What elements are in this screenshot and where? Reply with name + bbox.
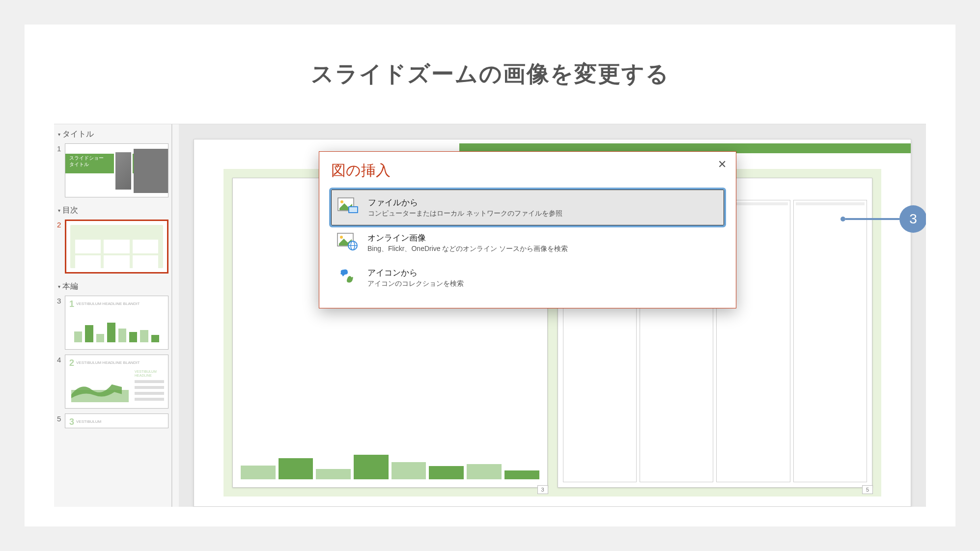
slide-thumbnail-4[interactable]: 2 VESTIBULUM HEADLINE BLANDIT VESTIBULUM… — [65, 355, 168, 409]
section-header-toc[interactable]: 目次 — [57, 202, 168, 220]
bar-chart-icon — [74, 315, 159, 342]
thumbnail-row: 3 1 VESTIBULUM HEADLINE BLANDIT — [57, 296, 168, 350]
scrollbar-gutter[interactable] — [172, 124, 179, 507]
slide-thumbnail-5[interactable]: 3 VESTIBULUM — [65, 413, 168, 428]
slide-number: 5 — [57, 413, 65, 423]
slide-thumbnail-3[interactable]: 1 VESTIBULUM HEADLINE BLANDIT — [65, 296, 168, 350]
thumb-heading: 1 VESTIBULUM HEADLINE BLANDIT — [69, 299, 140, 309]
close-icon: ✕ — [718, 158, 727, 171]
sub-slide-index: 5 — [862, 485, 873, 494]
svg-rect-3 — [349, 207, 357, 212]
option-from-file[interactable]: ファイルから コンピューターまたはローカル ネットワークのファイルを参照 — [331, 190, 724, 225]
slide-thumbnail-2[interactable]: Slide — [65, 220, 168, 274]
thumbnail-row: 5 3 VESTIBULUM — [57, 413, 168, 428]
page-title: スライドズームの画像を変更する — [54, 59, 926, 89]
outer-card: スライドズームの画像を変更する タイトル 1 スライドショー タイトル 目次 — [25, 25, 955, 526]
step-callout: 3 — [840, 205, 926, 233]
dialog-title: 図の挿入 — [331, 161, 724, 181]
section-header-body[interactable]: 本編 — [57, 278, 168, 296]
step-badge: 3 — [899, 205, 926, 233]
svg-point-1 — [340, 200, 343, 203]
insert-picture-dialog: ✕ 図の挿入 ファイルから コ — [319, 151, 736, 308]
slide-number: 2 — [57, 220, 65, 229]
slide-thumbnail-1[interactable]: スライドショー タイトル — [65, 143, 168, 197]
thumbnail-row: 4 2 VESTIBULUM HEADLINE BLANDIT VESTIBUL… — [57, 355, 168, 409]
icons-icon — [336, 267, 360, 286]
option-title: アイコンから — [367, 267, 464, 278]
slide-number: 1 — [57, 143, 65, 153]
thumb-photo — [134, 149, 168, 193]
thumb-side-lines: VESTIBULUM HEADLINE — [135, 370, 164, 401]
thumb-photo-inset — [114, 151, 133, 191]
thumbnail-row: 2 Slide — [57, 220, 168, 274]
thumbnail-panel: タイトル 1 スライドショー タイトル 目次 2 Slide — [54, 124, 172, 507]
callout-line — [845, 218, 899, 220]
thumbnail-row: 1 スライドショー タイトル — [57, 143, 168, 197]
close-button[interactable]: ✕ — [715, 158, 729, 171]
callout-dot-icon — [840, 217, 845, 221]
bar-chart-icon — [241, 445, 539, 479]
thumb-heading: 2 VESTIBULUM HEADLINE BLANDIT — [69, 358, 140, 368]
option-desc: Bing、Flickr、OneDrive などのオンライン ソースから画像を検索 — [367, 245, 568, 253]
thumb-heading: 3 VESTIBULUM — [69, 417, 101, 427]
area-chart-icon — [71, 372, 129, 402]
option-from-icons[interactable]: アイコンから アイコンのコレクションを検索 — [331, 260, 724, 295]
option-online-image[interactable]: オンライン画像 Bing、Flickr、OneDrive などのオンライン ソー… — [331, 225, 724, 260]
option-title: オンライン画像 — [367, 232, 568, 244]
picture-online-icon — [336, 232, 360, 251]
option-desc: コンピューターまたはローカル ネットワークのファイルを参照 — [368, 209, 562, 218]
screenshot-area: タイトル 1 スライドショー タイトル 目次 2 Slide — [54, 124, 926, 507]
sub-slide-index: 3 — [537, 485, 548, 494]
slide-editor-area: 3 1 2 3 4 5 — [179, 124, 926, 507]
option-title: ファイルから — [368, 197, 562, 208]
thumb-title-text: スライドショー タイトル — [69, 155, 104, 167]
picture-file-icon — [336, 197, 360, 216]
svg-point-5 — [340, 236, 343, 239]
section-header-title[interactable]: タイトル — [57, 126, 168, 143]
slide-number: 3 — [57, 296, 65, 305]
slide-number: 4 — [57, 355, 65, 364]
option-desc: アイコンのコレクションを検索 — [367, 279, 464, 288]
thumb-inner — [70, 225, 163, 268]
